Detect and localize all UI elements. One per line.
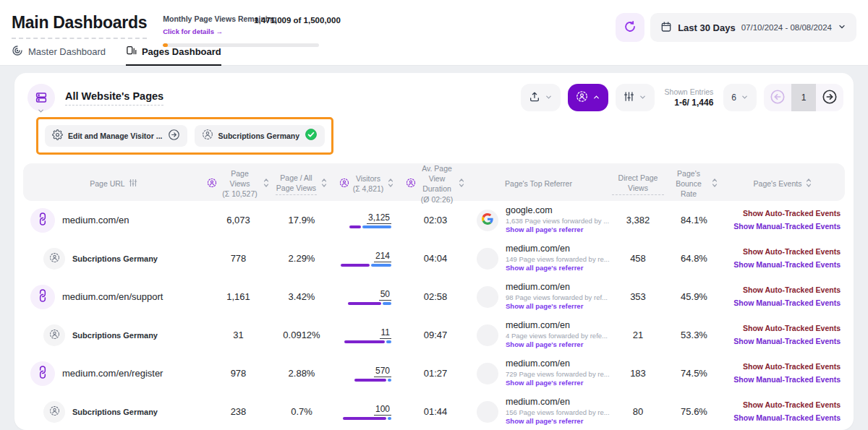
- next-page-button[interactable]: [816, 84, 843, 111]
- table-row: medium.com/en 6,073 17.9% 3,125 02:03: [23, 201, 845, 239]
- show-all-referrers-link[interactable]: Show all page's referrer: [506, 340, 608, 349]
- pages-table: Page URL Page Views(Σ 10,527): [14, 160, 854, 430]
- bounce-rate-value: 53.3%: [667, 330, 721, 340]
- show-auto-tracked-events-link[interactable]: Show Auto-Tracked Events: [721, 284, 841, 296]
- column-header-events[interactable]: Page's Events: [721, 178, 845, 190]
- sort-icon[interactable]: [387, 178, 394, 190]
- referrer-title: medium.com/en: [506, 244, 610, 255]
- page-url-cell[interactable]: medium.com/en/support: [23, 285, 204, 309]
- tab-pages-dashboard[interactable]: Pages Dashboard: [126, 45, 221, 66]
- bounce-rate-value: 64.8%: [667, 253, 721, 264]
- column-header-duration[interactable]: Av. Page View Duration(Ø 02:26): [403, 163, 468, 205]
- export-icon: [529, 91, 540, 105]
- check-circle-icon[interactable]: [305, 128, 318, 144]
- show-all-referrers-link[interactable]: Show all page's referrer: [506, 225, 609, 234]
- column-header-page-views[interactable]: Page Views(Σ 10,527): [204, 168, 273, 199]
- show-all-referrers-link[interactable]: Show all page's referrer: [506, 302, 608, 311]
- column-header-top-referrer[interactable]: Page's Top Referrer: [468, 179, 609, 189]
- google-icon: [482, 213, 493, 227]
- show-auto-tracked-events-link[interactable]: Show Auto-Tracked Events: [721, 361, 841, 373]
- show-manual-tracked-events-link[interactable]: Show Manual-Tracked Events: [721, 220, 841, 233]
- page-url-cell[interactable]: medium.com/en/register: [23, 361, 204, 386]
- visitors-bar-blue: [388, 417, 391, 420]
- tab-label: Pages Dashboard: [142, 46, 221, 57]
- referrer-cell: medium.com/en 149 Page views forwarded b…: [468, 244, 609, 272]
- column-header-page-share[interactable]: Page / All Page Views: [273, 173, 331, 195]
- date-range-picker[interactable]: Last 30 Days 07/10/2024 - 08/08/2024: [650, 13, 856, 42]
- table-row: Subcriptions Germany 238 0.7% 100 01:44: [23, 392, 845, 430]
- row-title: Subcriptions Germany: [72, 408, 158, 416]
- visitors-value: 50: [379, 289, 391, 301]
- page-url-cell[interactable]: Subcriptions Germany: [23, 248, 204, 270]
- page-views-value: 238: [204, 406, 273, 417]
- page-url-cell[interactable]: medium.com/en: [23, 208, 204, 233]
- chevron-down-icon[interactable]: [37, 105, 45, 118]
- filter-chip-segment[interactable]: Subcriptions Germany: [195, 125, 326, 147]
- visitors-cell: 100: [331, 404, 403, 420]
- filters-highlight-box: Edit and Manage Visitor ... Subcriptions…: [36, 117, 333, 155]
- visitors-bar-purple: [343, 417, 386, 420]
- show-auto-tracked-events-link[interactable]: Show Auto-Tracked Events: [721, 399, 841, 411]
- referrer-cell: medium.com/en 729 Page views forwarded b…: [468, 358, 609, 387]
- column-header-visitors[interactable]: Visitors(Σ 4,821): [331, 173, 403, 194]
- page-share-value: 2.88%: [273, 368, 331, 379]
- referrer-icon-wrap: [477, 286, 498, 308]
- referrer-cell: google.com 1,638 Page views forwarded by…: [468, 205, 609, 234]
- show-manual-tracked-events-link[interactable]: Show Manual-Tracked Events: [721, 259, 841, 271]
- show-manual-tracked-events-link[interactable]: Show Manual-Tracked Events: [721, 335, 841, 348]
- link-icon: [37, 213, 48, 227]
- referrer-cell: medium.com/en 4 Page views forwarded by …: [468, 320, 609, 349]
- duration-value: 02:58: [403, 291, 468, 302]
- column-settings-button[interactable]: [616, 84, 655, 111]
- show-auto-tracked-events-link[interactable]: Show Auto-Tracked Events: [721, 322, 841, 335]
- page-url-cell[interactable]: Subcriptions Germany: [23, 401, 204, 423]
- visitors-value: 100: [374, 404, 391, 416]
- sort-icon[interactable]: [458, 178, 465, 190]
- arrow-right-circle-icon[interactable]: [168, 129, 180, 144]
- sort-icon[interactable]: [711, 178, 718, 190]
- tab-master-dashboard[interactable]: Master Dashboard: [12, 45, 106, 65]
- date-preset-label: Last 30 Days: [678, 22, 736, 33]
- show-auto-tracked-events-link[interactable]: Show Auto-Tracked Events: [721, 246, 841, 258]
- sort-icon[interactable]: [320, 178, 328, 190]
- page-views-value: 6,073: [204, 215, 273, 225]
- chevron-down-icon: [639, 93, 647, 103]
- card-title: All Website's Pages: [65, 90, 163, 106]
- refresh-button[interactable]: [616, 13, 644, 42]
- show-all-referrers-link[interactable]: Show all page's referrer: [506, 264, 610, 272]
- visitors-bar-blue: [388, 379, 391, 382]
- export-button[interactable]: [521, 84, 561, 111]
- visitors-bar: [341, 264, 391, 267]
- show-auto-tracked-events-link[interactable]: Show Auto-Tracked Events: [721, 207, 841, 220]
- sort-icon[interactable]: [263, 178, 270, 190]
- page-size-select[interactable]: 6: [723, 84, 757, 111]
- visitors-bar-purple: [348, 302, 381, 305]
- visitor-segment-button[interactable]: [568, 84, 608, 111]
- column-header-bounce-rate[interactable]: Page's Bounce Rate: [667, 168, 721, 199]
- user-dashed-icon: [576, 90, 588, 105]
- chevron-down-icon: [545, 93, 553, 103]
- shown-entries-value: 1-6/ 1,446: [665, 97, 714, 108]
- filter-chip-visitor-actions[interactable]: Edit and Manage Visitor ...: [45, 125, 187, 147]
- direct-views-value: 3,382: [609, 215, 667, 225]
- duration-value: 04:04: [403, 253, 468, 264]
- show-manual-tracked-events-link[interactable]: Show Manual-Tracked Events: [721, 412, 841, 424]
- bounce-rate-value: 74.5%: [667, 368, 721, 379]
- events-cell: Show Auto-Tracked Events Show Manual-Tra…: [721, 399, 845, 424]
- sort-icon[interactable]: [805, 178, 812, 190]
- filter-sliders-icon[interactable]: [129, 179, 137, 189]
- page-url-cell[interactable]: Subcriptions Germany: [23, 324, 204, 346]
- current-page[interactable]: 1: [791, 84, 816, 111]
- show-manual-tracked-events-link[interactable]: Show Manual-Tracked Events: [721, 374, 841, 386]
- show-all-referrers-link[interactable]: Show all page's referrer: [506, 379, 610, 387]
- arrow-left-circle-icon: [770, 89, 786, 107]
- column-header-direct-views[interactable]: Direct Page Views: [609, 173, 667, 195]
- quota-details-link[interactable]: Click for details →: [163, 27, 223, 35]
- page-views-value: 978: [204, 368, 273, 379]
- prev-page-button[interactable]: [764, 84, 791, 111]
- user-dashed-icon: [49, 329, 60, 342]
- show-manual-tracked-events-link[interactable]: Show Manual-Tracked Events: [721, 297, 841, 309]
- referrer-subtitle: 729 Page views forwarded by re...: [506, 370, 610, 379]
- show-all-referrers-link[interactable]: Show all page's referrer: [506, 417, 610, 426]
- column-header-page-url[interactable]: Page URL: [23, 179, 204, 189]
